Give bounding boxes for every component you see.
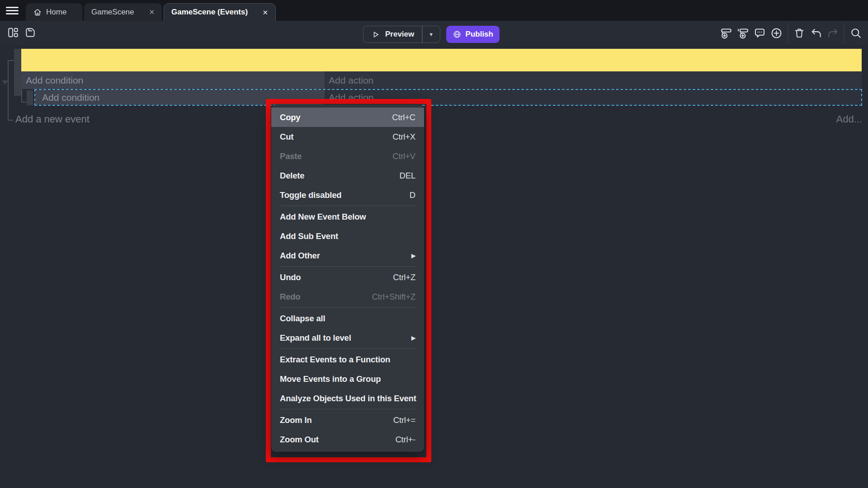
context-menu: CopyCtrl+CCutCtrl+XPasteCtrl+VDeleteDELT…: [271, 105, 424, 452]
menu-item-copy[interactable]: CopyCtrl+C: [271, 108, 424, 127]
tab-label: Home: [46, 8, 66, 17]
event-drag-handle[interactable]: [14, 49, 21, 96]
tab-home[interactable]: Home: [26, 3, 82, 21]
undo-button[interactable]: [808, 25, 824, 41]
add-event-icon: [720, 27, 732, 39]
menu-divider: [279, 348, 416, 349]
undo-icon: [810, 27, 822, 39]
menu-item-zoom-out[interactable]: Zoom OutCtrl+-: [271, 430, 424, 449]
toolbar-left-group: [5, 25, 38, 40]
menu-item-shortcut: DEL: [400, 171, 415, 181]
close-icon[interactable]: ✕: [149, 9, 155, 15]
menu-item-add-sub-event[interactable]: Add Sub Event: [271, 226, 424, 246]
delete-button[interactable]: [792, 25, 807, 41]
add-subevent-button[interactable]: [735, 25, 750, 41]
subevent-drag-handle[interactable]: [27, 90, 33, 105]
menu-item-toggle-disabled[interactable]: Toggle disabledD: [271, 185, 424, 205]
menu-item-label: Copy: [280, 113, 300, 122]
menu-item-label: Add New Event Below: [280, 212, 366, 222]
menu-item-zoom-in[interactable]: Zoom InCtrl+=: [271, 410, 424, 430]
menu-item-label: Analyze Objects Used in this Event: [280, 394, 416, 404]
menu-item-analyze-objects-used-in-this-event[interactable]: Analyze Objects Used in this Event: [271, 389, 424, 408]
add-other-button[interactable]: [769, 25, 784, 41]
panels-icon: [7, 27, 19, 38]
toolbar-divider: [844, 23, 844, 44]
menu-item-add-new-event-below[interactable]: Add New Event Below: [271, 207, 424, 226]
menu-item-label: Extract Events to a Function: [280, 355, 390, 365]
redo-icon: [827, 27, 839, 39]
menu-item-shortcut: Ctrl+Z: [393, 272, 415, 282]
publish-label: Publish: [466, 30, 493, 39]
globe-icon: [453, 30, 462, 39]
save-button[interactable]: [23, 25, 38, 40]
add-condition-link[interactable]: Add condition: [35, 90, 325, 105]
tab-gamescene-events[interactable]: GameScene (Events) ✕: [164, 3, 276, 21]
selected-event-row[interactable]: [21, 49, 862, 71]
menu-item-label: Toggle disabled: [280, 190, 341, 200]
menu-item-label: Add Other: [280, 251, 320, 261]
menu-divider: [279, 307, 416, 308]
add-comment-button[interactable]: [752, 25, 767, 41]
add-circle-icon: [770, 27, 783, 39]
panels-button[interactable]: [5, 25, 21, 40]
tab-label: GameScene: [91, 8, 134, 17]
add-new-event-link[interactable]: Add a new event: [15, 113, 90, 125]
menu-item-label: Collapse all: [280, 314, 325, 324]
menu-item-paste[interactable]: PasteCtrl+V: [271, 146, 424, 166]
hamburger-menu-icon[interactable]: [6, 7, 19, 14]
tree-line: [21, 89, 22, 103]
tab-bar: Home GameScene ✕ GameScene (Events) ✕: [0, 0, 868, 21]
menu-item-add-other[interactable]: Add Other▶: [271, 246, 424, 265]
tab-gamescene[interactable]: GameScene ✕: [84, 3, 162, 21]
trash-icon: [793, 27, 805, 39]
tree-line: [8, 120, 14, 121]
events-toolbar: Preview ▼ Publish: [0, 21, 868, 45]
submenu-arrow-icon: ▶: [411, 253, 415, 259]
menu-item-move-events-into-a-group[interactable]: Move Events into a Group: [271, 369, 424, 389]
menu-item-expand-all-to-level[interactable]: Expand all to level▶: [271, 328, 424, 347]
menu-item-label: Undo: [280, 272, 301, 282]
preview-dropdown-button[interactable]: ▼: [423, 26, 440, 42]
play-icon: [371, 30, 381, 39]
menu-item-delete[interactable]: DeleteDEL: [271, 166, 424, 185]
menu-item-cut[interactable]: CutCtrl+X: [271, 127, 424, 146]
menu-divider: [279, 266, 416, 267]
menu-item-shortcut: D: [410, 190, 415, 200]
menu-item-shortcut: Ctrl+-: [395, 435, 415, 445]
event-row: Add condition Add action: [21, 71, 862, 89]
add-condition-link[interactable]: Add condition: [21, 71, 325, 89]
preview-button[interactable]: Preview: [363, 26, 422, 42]
menu-divider: [279, 409, 416, 409]
search-button[interactable]: [848, 25, 863, 41]
menu-item-collapse-all[interactable]: Collapse all: [271, 309, 424, 328]
add-action-link[interactable]: Add action: [325, 71, 862, 89]
menu-item-label: Zoom In: [280, 415, 312, 425]
tree-line: [21, 102, 27, 103]
close-icon[interactable]: ✕: [262, 9, 268, 16]
collapse-arrow-icon[interactable]: [2, 80, 8, 84]
tab-label: GameScene (Events): [171, 8, 248, 17]
preview-label: Preview: [385, 30, 414, 39]
menu-item-shortcut: Ctrl+=: [393, 415, 415, 425]
events-sheet: Add condition Add action Add condition A…: [0, 45, 868, 488]
redo-button[interactable]: [825, 25, 840, 41]
add-event-button[interactable]: [718, 25, 734, 41]
menu-item-label: Delete: [280, 171, 304, 181]
tree-line: [8, 60, 14, 61]
preview-button-group: Preview ▼: [363, 26, 440, 43]
comment-icon: [754, 27, 766, 39]
home-icon: [33, 8, 42, 17]
add-subevent-icon: [737, 27, 749, 39]
menu-item-label: Cut: [280, 132, 293, 142]
menu-item-extract-events-to-a-function[interactable]: Extract Events to a Function: [271, 350, 424, 369]
menu-item-label: Zoom Out: [280, 435, 319, 445]
add-action-link[interactable]: Add action: [325, 90, 861, 105]
menu-item-undo[interactable]: UndoCtrl+Z: [271, 267, 424, 287]
toolbar-center-group: Preview ▼ Publish: [363, 26, 500, 43]
publish-button[interactable]: Publish: [446, 26, 500, 43]
menu-item-label: Paste: [280, 151, 302, 161]
submenu-arrow-icon: ▶: [411, 335, 415, 341]
menu-item-redo[interactable]: RedoCtrl+Shift+Z: [271, 287, 424, 306]
menu-item-label: Expand all to level: [280, 333, 351, 343]
add-truncated-link[interactable]: Add...: [836, 113, 862, 125]
